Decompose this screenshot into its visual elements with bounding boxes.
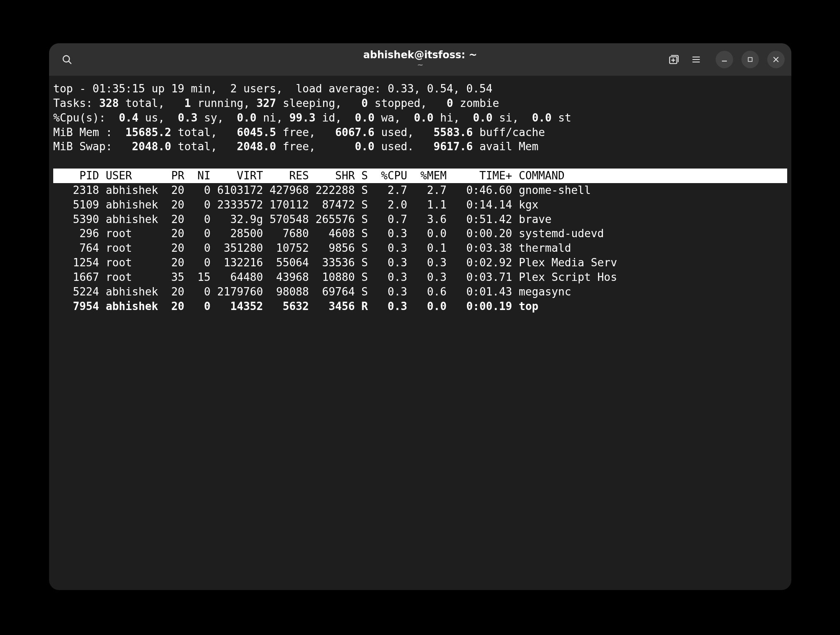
process-row: 5109 abhishek 20 0 2333572 170112 87472 … bbox=[53, 198, 787, 212]
summary-line-cpu: %Cpu(s): 0.4 us, 0.3 sy, 0.0 ni, 99.3 id… bbox=[53, 111, 787, 125]
svg-rect-9 bbox=[748, 57, 752, 61]
blank-line bbox=[53, 154, 787, 169]
process-row: 5390 abhishek 20 0 32.9g 570548 265576 S… bbox=[53, 212, 787, 227]
titlebar: abhishek@itsfoss: ~ ~ bbox=[49, 43, 791, 76]
process-row: 1254 root 20 0 132216 55064 33536 S 0.3 … bbox=[53, 255, 787, 270]
maximize-button[interactable] bbox=[741, 51, 759, 68]
process-row: 2318 abhishek 20 0 6103172 427968 222288… bbox=[53, 183, 787, 198]
minimize-button[interactable] bbox=[716, 51, 733, 68]
terminal-window: abhishek@itsfoss: ~ ~ top - 01:35:15 up … bbox=[49, 43, 791, 590]
search-icon[interactable] bbox=[56, 48, 78, 71]
close-button[interactable] bbox=[767, 51, 785, 68]
process-row: 5224 abhishek 20 0 2179760 98088 69764 S… bbox=[53, 285, 787, 299]
process-row: 7954 abhishek 20 0 14352 5632 3456 R 0.3… bbox=[53, 299, 787, 314]
window-title: abhishek@itsfoss: ~ ~ bbox=[363, 50, 477, 69]
process-row: 764 root 20 0 351280 10752 9856 S 0.3 0.… bbox=[53, 241, 787, 255]
summary-line-swap: MiB Swap: 2048.0 total, 2048.0 free, 0.0… bbox=[53, 139, 787, 154]
title-sub: ~ bbox=[363, 61, 477, 69]
process-row: 1667 root 35 15 64480 43968 10880 S 0.3 … bbox=[53, 270, 787, 285]
summary-line-uptime: top - 01:35:15 up 19 min, 2 users, load … bbox=[53, 82, 787, 96]
summary-line-mem: MiB Mem : 15685.2 total, 6045.5 free, 60… bbox=[53, 125, 787, 140]
process-header: PID USER PR NI VIRT RES SHR S %CPU %MEM … bbox=[53, 169, 787, 183]
terminal-output[interactable]: top - 01:35:15 up 19 min, 2 users, load … bbox=[49, 76, 791, 314]
hamburger-menu-icon[interactable] bbox=[685, 48, 707, 71]
title-main: abhishek@itsfoss: ~ bbox=[363, 50, 477, 61]
process-row: 296 root 20 0 28500 7680 4608 S 0.3 0.0 … bbox=[53, 226, 787, 241]
summary-line-tasks: Tasks: 328 total, 1 running, 327 sleepin… bbox=[53, 96, 787, 111]
new-tab-icon[interactable] bbox=[662, 48, 685, 71]
svg-line-1 bbox=[69, 61, 71, 64]
